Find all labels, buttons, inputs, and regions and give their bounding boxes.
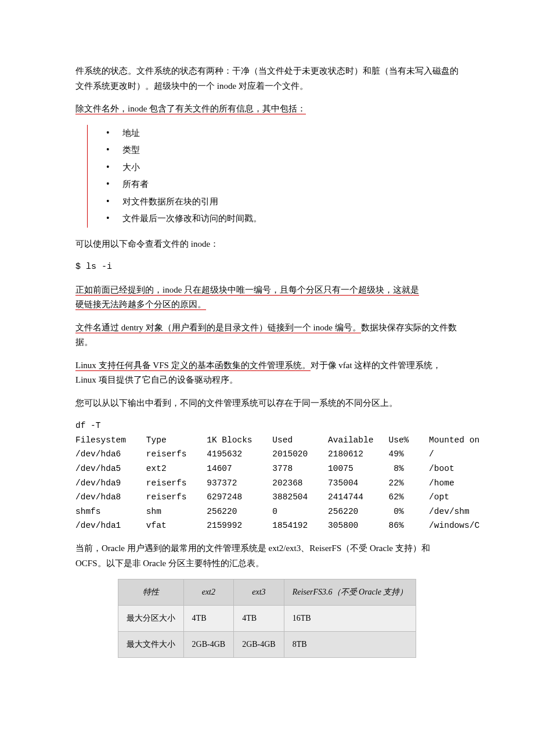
td: 2GB-4GB — [234, 631, 284, 657]
para-unique: 正如前面已经提到的，inode 只在超级块中唯一编号，且每个分区只有一个超级块，… — [75, 283, 459, 312]
para-unique-line1: 正如前面已经提到的，inode 只在超级块中唯一编号，且每个分区只有一个超级块，… — [75, 285, 419, 296]
list-item: 地址 — [103, 125, 459, 142]
inode-heading-text: 除文件名外，inode 包含了有关文件的所有信息，其中包括： — [75, 104, 306, 114]
document-page: 件系统的状态。文件系统的状态有两种：干净（当文件处于未更改状态时）和脏（当有未写… — [0, 0, 534, 756]
list-item: 对文件数据所在块的引用 — [103, 193, 459, 211]
intro-paragraph: 件系统的状态。文件系统的状态有两种：干净（当文件处于未更改状态时）和脏（当有未写… — [75, 64, 459, 93]
td: 最大分区大小 — [118, 605, 183, 631]
para-vfs: Linux 支持任何具备 VFS 定义的基本函数集的文件管理系统。对于像 vfa… — [75, 358, 459, 388]
td: 8TB — [284, 631, 416, 657]
para-dentry-u: 文件名通过 dentry 对象（用户看到的是目录文件）链接到一个 inode 编… — [75, 323, 361, 333]
cmd-intro: 可以使用以下命令查看文件的 inode： — [75, 237, 459, 252]
para-unique-line2: 硬链接无法跨越多个分区的原因。 — [75, 300, 206, 310]
inode-list: 地址 类型 大小 所有者 对文件数据所在块的引用 文件最后一次修改和访问的时间戳… — [87, 125, 459, 228]
inode-heading: 除文件名外，inode 包含了有关文件的所有信息，其中包括： — [75, 102, 459, 117]
para-vfs-u: Linux 支持任何具备 VFS 定义的基本函数集的文件管理系统。 — [75, 361, 311, 371]
table-header-row: 特性 ext2 ext3 ReiserFS3.6（不受 Oracle 支持） — [118, 579, 416, 606]
command-text: $ ls -i — [75, 260, 459, 275]
fs-comparison-table: 特性 ext2 ext3 ReiserFS3.6（不受 Oracle 支持） 最… — [118, 579, 417, 657]
list-item: 文件最后一次修改和访问的时间戳。 — [103, 210, 459, 228]
para-oracle: 当前，Oracle 用户遇到的最常用的文件管理系统是 ext2/ext3、Rei… — [75, 541, 459, 571]
th-reiserfs: ReiserFS3.6（不受 Oracle 支持） — [284, 579, 416, 606]
list-item: 大小 — [103, 159, 459, 177]
para-dentry: 文件名通过 dentry 对象（用户看到的是目录文件）链接到一个 inode 编… — [75, 321, 459, 350]
fs-table-wrap: 特性 ext2 ext3 ReiserFS3.6（不受 Oracle 支持） 最… — [75, 579, 459, 657]
list-item: 所有者 — [103, 176, 459, 193]
td: 2GB-4GB — [183, 631, 234, 657]
th-feature: 特性 — [118, 579, 183, 606]
td: 最大文件大小 — [118, 631, 183, 657]
th-ext3: ext3 — [234, 579, 284, 606]
list-item: 类型 — [103, 142, 459, 159]
df-output: df -T Filesystem Type 1K Blocks Used Ava… — [75, 419, 459, 533]
para-df-intro: 您可以从以下输出中看到，不同的文件管理系统可以存在于同一系统的不同分区上。 — [75, 396, 459, 411]
td: 4TB — [183, 605, 234, 631]
td: 4TB — [234, 605, 284, 631]
table-row: 最大分区大小 4TB 4TB 16TB — [118, 605, 416, 631]
td: 16TB — [284, 605, 416, 631]
th-ext2: ext2 — [183, 579, 234, 606]
table-row: 最大文件大小 2GB-4GB 2GB-4GB 8TB — [118, 631, 416, 657]
